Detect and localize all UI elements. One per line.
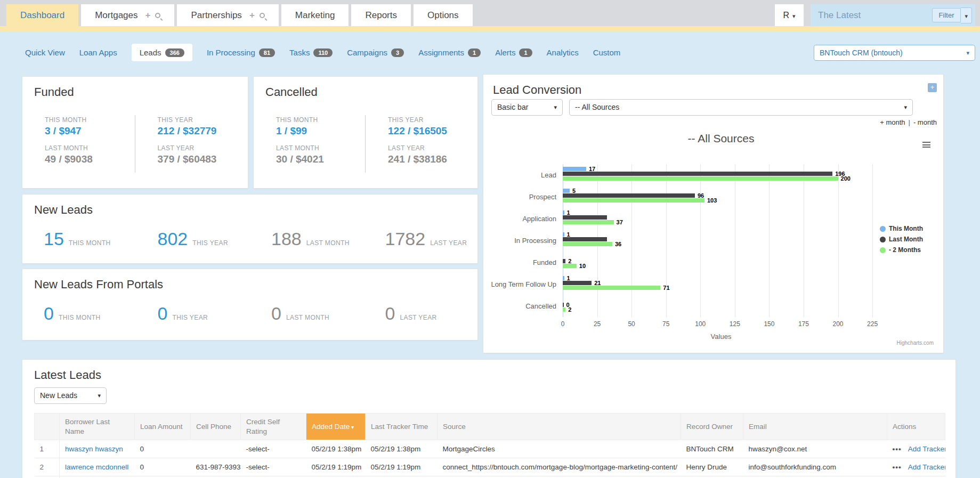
table-body: 1hwaszyn hwaszyn0-select-05/2/19 1:38pm0… — [35, 440, 945, 478]
column-header-loan-amount[interactable]: Loan Amount — [135, 414, 191, 440]
column-header-added-date[interactable]: Added Date — [306, 414, 366, 440]
bar-last-month[interactable]: 21 — [563, 281, 592, 285]
bar-last-month[interactable] — [563, 237, 607, 241]
last-tracker-time-cell: 05/2/19 1:38pm — [366, 440, 438, 458]
legend-item[interactable]: Last Month — [880, 236, 923, 243]
source-select[interactable]: -- All Sources — [569, 99, 913, 116]
subnav-item-in-processing[interactable]: In Processing81 — [207, 44, 275, 61]
subnav-item-custom[interactable]: Custom — [593, 44, 621, 61]
add-chart-button[interactable] — [928, 83, 937, 92]
user-menu-r[interactable]: R — [775, 4, 804, 26]
borrower-cell: freadlvn freadlvn — [60, 476, 135, 478]
subnav-item-tasks[interactable]: Tasks110 — [289, 44, 333, 61]
legend-item[interactable]: This Month — [880, 225, 923, 232]
subnav-item-assignments[interactable]: Assignments1 — [418, 44, 481, 61]
legend-dot — [880, 247, 886, 253]
main-tab-mortgages[interactable]: Mortgages — [81, 4, 174, 26]
column-header-email[interactable]: Email — [743, 414, 887, 440]
stat-column: THIS MONTH3 / $947LAST MONTH49 / $9038 — [22, 115, 135, 173]
cell-phone-cell — [191, 476, 241, 478]
column-header-source[interactable]: Source — [438, 414, 681, 440]
subnav-item-quick-view[interactable]: Quick View — [25, 44, 65, 61]
column-header-actions[interactable]: Actions — [887, 414, 945, 440]
counter-label: THIS YEAR — [192, 239, 228, 247]
added-date-cell: 05/2/19 1:19pm — [306, 458, 366, 476]
subnav-item-loan-apps[interactable]: Loan Apps — [79, 44, 117, 61]
cell-phone-cell: 631-987-9393 — [191, 458, 241, 476]
stat-value: 122 / $16505 — [388, 125, 477, 137]
borrower-link[interactable]: lawrence mcdonnell — [65, 463, 128, 471]
more-actions-icon[interactable] — [893, 445, 902, 453]
funded-title: Funded — [22, 77, 248, 99]
column-header-record-owner[interactable]: Record Owner — [681, 414, 743, 440]
filter-dropdown-button[interactable] — [961, 7, 972, 23]
bar-this-month[interactable]: 1 — [563, 276, 564, 280]
plus-month-link[interactable]: + month — [880, 118, 905, 126]
bar-this-month[interactable]: 1 — [563, 210, 564, 215]
bar-this-month[interactable]: 1 — [563, 232, 564, 237]
subnav-item-alerts[interactable]: Alerts1 — [495, 44, 532, 61]
credit-self-rating-cell: -select- — [241, 440, 306, 458]
main-tab-partnerships[interactable]: Partnerships — [177, 4, 278, 26]
column-header-borrower-last-name[interactable]: Borrower Last Name — [60, 414, 135, 440]
counter-value: 188 — [271, 229, 302, 249]
bar-this-month[interactable]: 5 — [563, 189, 570, 193]
bar-last-month[interactable]: 196 — [563, 172, 832, 176]
bar--2-months[interactable]: 2 — [563, 307, 565, 312]
subnav-item-campaigns[interactable]: Campaigns3 — [347, 44, 404, 61]
bar-this-month[interactable]: 17 — [563, 167, 586, 171]
bar-last-month[interactable] — [563, 215, 607, 220]
minus-month-link[interactable]: - month — [913, 118, 937, 126]
email-cell: freadlvn@cox.net — [743, 476, 887, 478]
crm-account-select[interactable]: BNTouch CRM (bntouch) — [814, 45, 975, 61]
top-bar: DashboardMortgagesPartnershipsMarketingR… — [0, 0, 980, 26]
source-cell: MortgageCircles — [438, 476, 681, 478]
more-actions-icon[interactable] — [893, 463, 902, 471]
column-header-row-number[interactable] — [35, 414, 60, 440]
bar-last-month[interactable]: 96 — [563, 193, 695, 198]
new-leads-stats: 15THIS MONTH802THIS YEAR188LAST MONTH178… — [22, 229, 477, 249]
legend-item[interactable]: - 2 Months — [880, 246, 923, 254]
counter-label: LAST YEAR — [400, 314, 436, 321]
x-tick-label: 200 — [833, 320, 844, 328]
stat-value: 379 / $60483 — [158, 153, 248, 165]
main-tab-dashboard[interactable]: Dashboard — [6, 4, 78, 26]
bar--2-months[interactable]: 36 — [563, 242, 612, 246]
bar--2-months[interactable]: 200 — [563, 176, 838, 181]
search-icon[interactable] — [260, 13, 265, 18]
bar-last-month[interactable]: 0 — [563, 303, 564, 307]
bar--2-months[interactable]: 37 — [563, 220, 614, 224]
x-axis-ticks: 0255075100125150175200225 — [563, 320, 879, 328]
bar--2-months[interactable]: 10 — [563, 264, 577, 268]
sub-navigation: Quick ViewLoan AppsLeads366In Processing… — [25, 44, 635, 61]
column-header-last-tracker-time[interactable]: Last Tracker Time — [366, 414, 438, 440]
main-tab-options[interactable]: Options — [414, 4, 473, 26]
legend-label: - 2 Months — [889, 246, 921, 254]
bar-last-month[interactable]: 2 — [563, 259, 565, 263]
main-tab-marketing[interactable]: Marketing — [281, 4, 349, 26]
borrower-link[interactable]: hwaszyn hwaszyn — [65, 445, 123, 453]
stat-value: 49 / $9038 — [45, 153, 135, 165]
subnav-item-analytics[interactable]: Analytics — [547, 44, 579, 61]
stat-value: 241 / $38186 — [388, 153, 477, 165]
leads-filter-select[interactable]: New Leads — [34, 387, 107, 404]
filter-button[interactable]: Filter — [932, 8, 961, 22]
chart-menu-icon[interactable] — [922, 142, 930, 148]
add-icon[interactable] — [249, 4, 255, 26]
cell-phone-cell — [191, 440, 241, 458]
add-tracker-link[interactable]: Add Tracker — [908, 445, 945, 453]
column-header-cell-phone[interactable]: Cell Phone — [191, 414, 241, 440]
actions-cell: Add Tracker — [887, 440, 945, 458]
counter-item: 0THIS MONTH — [22, 303, 136, 324]
stat-label: LAST YEAR — [388, 144, 477, 152]
subnav-item-leads[interactable]: Leads366 — [132, 44, 192, 61]
bar--2-months[interactable]: 71 — [563, 286, 660, 290]
bar--2-months[interactable]: 103 — [563, 198, 704, 202]
add-icon[interactable] — [145, 4, 151, 26]
main-tab-reports[interactable]: Reports — [351, 4, 411, 26]
credit-self-rating-cell: -select- — [241, 458, 306, 476]
column-header-credit-self-rating[interactable]: Credit Self Rating — [241, 414, 306, 440]
add-tracker-link[interactable]: Add Tracker — [908, 463, 945, 471]
search-icon[interactable] — [155, 13, 160, 18]
chart-type-select[interactable]: Basic bar — [491, 99, 563, 116]
